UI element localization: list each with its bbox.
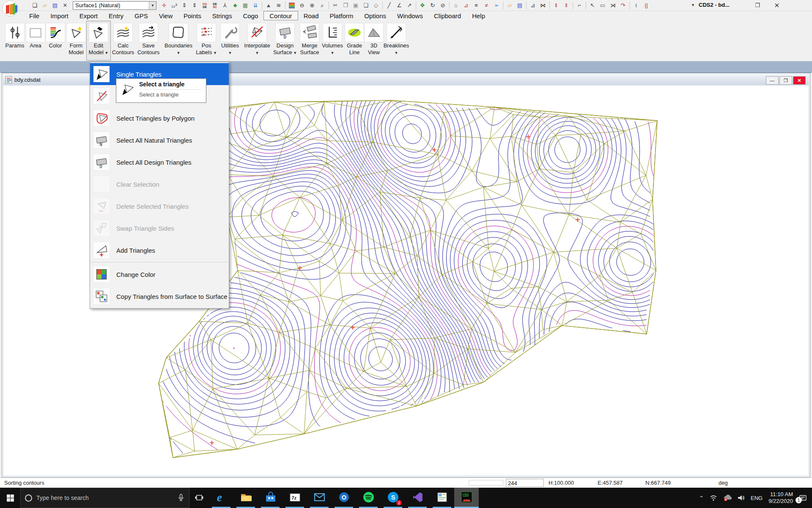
delete-item-icon[interactable]: ✕: [60, 1, 70, 10]
wifi-icon[interactable]: [710, 495, 717, 501]
add-points-icon[interactable]: ✛: [159, 1, 169, 10]
taskbar-app-file-explorer[interactable]: [233, 488, 258, 508]
chevron-down-icon[interactable]: ▼: [691, 3, 695, 7]
menu-item-change-color[interactable]: Change Color: [90, 263, 229, 285]
taskbar-app-7zip[interactable]: 7z: [283, 488, 307, 508]
taskbar-app-skype[interactable]: S2: [381, 488, 405, 508]
parallel-lines-icon[interactable]: ≡: [471, 1, 481, 10]
menu-import[interactable]: Import: [45, 11, 74, 20]
descriptions-icon[interactable]: DESC: [210, 1, 220, 10]
bracket-tool-icon[interactable]: {|: [641, 1, 651, 10]
tree-symbol-icon[interactable]: ♣: [230, 1, 240, 10]
start-button[interactable]: [0, 488, 20, 508]
menu-strings[interactable]: Strings: [207, 11, 238, 20]
zoom-window-icon[interactable]: ⌕: [317, 1, 327, 10]
pointer-select-icon[interactable]: ↖: [587, 1, 598, 10]
ribbon-pos-labels-button[interactable]: PosLabels ▼: [195, 21, 217, 61]
taskbar-app-spotify[interactable]: [356, 488, 381, 508]
filter-b-icon[interactable]: ‖: [561, 1, 571, 10]
zoom-out-icon[interactable]: ⊖: [297, 1, 307, 10]
ribbon-merge-surface-button[interactable]: MergeSurface: [299, 21, 321, 61]
ribbon-boundaries-button[interactable]: Boundaries ▼: [162, 21, 195, 61]
ribbon-color-button[interactable]: Color: [45, 21, 66, 61]
close-button[interactable]: ✕: [771, 1, 783, 10]
child-close-button[interactable]: ✕: [793, 76, 806, 85]
menu-help[interactable]: Help: [466, 11, 491, 20]
menu-item-select-triangles-by-polygon[interactable]: Select Triangles by Polygon: [90, 107, 229, 129]
ribbon-grade-line-button[interactable]: GradeLine: [344, 21, 365, 61]
boundary-rect-icon[interactable]: ▭: [598, 1, 608, 10]
menu-view[interactable]: View: [154, 11, 178, 20]
cut-icon[interactable]: ✂: [330, 1, 340, 10]
ribbon-save-contours-button[interactable]: SaveContours: [135, 21, 162, 61]
draw-line-icon[interactable]: ╱: [384, 1, 394, 10]
ellipse-icon[interactable]: ⊘: [438, 1, 448, 10]
contour-lines-icon[interactable]: ≋: [274, 1, 284, 10]
taskbar-search[interactable]: Type here to search: [20, 488, 189, 508]
menu-item-add-triangles[interactable]: Add Triangles: [90, 239, 229, 261]
menu-gps[interactable]: GPS: [129, 11, 154, 20]
menu-windows[interactable]: Windows: [392, 11, 428, 20]
paste-special-icon[interactable]: ❏: [361, 1, 371, 10]
menu-cogo[interactable]: Cogo: [237, 11, 263, 20]
open-file-icon[interactable]: ▱: [40, 1, 50, 10]
ribbon-utilities-button[interactable]: Utilities ▼: [217, 21, 243, 61]
triangle-model-icon[interactable]: ▲: [263, 1, 274, 10]
measure-angle-icon[interactable]: ∠: [394, 1, 404, 10]
grade-tool-icon[interactable]: ≀: [631, 1, 641, 10]
menu-item-copy-triangles-surface-to-surface[interactable]: Copy Triangles from Surface to Surface: [90, 285, 229, 307]
draw-vector-icon[interactable]: ↗: [404, 1, 414, 10]
cross-section-icon[interactable]: ≠: [481, 1, 491, 10]
tray-expand-chevron-icon[interactable]: ⌃: [699, 495, 704, 501]
ribbon-interpolate-button[interactable]: Interpolate ▼: [243, 21, 272, 61]
chevron-down-icon[interactable]: ▼: [149, 2, 156, 9]
task-view-button[interactable]: [189, 488, 209, 508]
taskbar-app-store[interactable]: [258, 488, 283, 508]
breakline-icon[interactable]: ⅄: [220, 1, 230, 10]
microphone-icon[interactable]: [177, 494, 185, 502]
polygon-icon[interactable]: ⌂: [451, 1, 461, 10]
ribbon-area-button[interactable]: Area: [26, 21, 45, 61]
menu-item-select-all-design-triangles[interactable]: DSelect All Design Triangles: [90, 151, 229, 173]
curve-icon[interactable]: ↷: [618, 1, 628, 10]
menu-platform[interactable]: Platform: [324, 11, 359, 20]
onedrive-sync-error-icon[interactable]: [723, 494, 732, 501]
traverse-icon[interactable]: ⌐: [574, 1, 584, 10]
new-file-icon[interactable]: ❏: [30, 1, 40, 10]
taskbar-app-vscode[interactable]: [405, 488, 430, 508]
point-numbers-icon[interactable]: ₁₂³: [169, 1, 179, 10]
restore-button[interactable]: ❐: [751, 1, 764, 10]
menu-clipboard[interactable]: Clipboard: [428, 11, 466, 20]
delete-triangle-icon[interactable]: ⊿: [461, 1, 471, 10]
codes-icon[interactable]: CODE: [200, 1, 210, 10]
save-file-icon[interactable]: ▤: [50, 1, 60, 10]
ribbon-volumes-button[interactable]: Volumes ▼: [321, 21, 344, 61]
child-minimize-button[interactable]: —: [766, 76, 779, 85]
depth-labels-icon[interactable]: ⇕: [189, 1, 200, 10]
taskbar-app-outlook[interactable]: O: [332, 488, 356, 508]
ribbon-form-model-button[interactable]: FormModel: [66, 21, 86, 61]
menu-options[interactable]: Options: [359, 11, 392, 20]
speaker-icon[interactable]: [738, 494, 745, 501]
taskbar-app-mail[interactable]: [307, 488, 332, 508]
zoom-in-icon[interactable]: ⊕: [307, 1, 317, 10]
section-view-icon[interactable]: ⋈: [538, 1, 548, 10]
menu-item-select-all-natural-triangles[interactable]: NSelect All Natural Triangles: [90, 129, 229, 151]
taskbar-app-edge[interactable]: e: [209, 488, 233, 508]
pan-icon[interactable]: ➢: [491, 1, 502, 10]
filter-a-icon[interactable]: ‖: [551, 1, 561, 10]
ribbon-params-button[interactable]: Params: [3, 21, 26, 61]
child-maximize-button[interactable]: ❐: [779, 76, 792, 85]
taskbar-app-cds-viewer[interactable]: [430, 488, 454, 508]
clock[interactable]: 11:10 AM 9/22/2020: [768, 491, 793, 505]
menu-road[interactable]: Road: [298, 11, 324, 20]
ribbon-edit-model-button[interactable]: EditModel ▼: [86, 21, 111, 61]
profile-icon[interactable]: ⊿: [528, 1, 538, 10]
color-scale-icon[interactable]: [287, 1, 297, 10]
copy-icon[interactable]: ❐: [340, 1, 351, 10]
ribbon-breaklines-button[interactable]: Breaklines ▼: [383, 21, 409, 61]
action-center-button[interactable]: 1: [799, 494, 807, 502]
rotate-point-icon[interactable]: ↻: [428, 1, 438, 10]
taskbar-app-cds[interactable]: CDS: [454, 488, 479, 508]
language-indicator[interactable]: ENG: [751, 495, 763, 501]
